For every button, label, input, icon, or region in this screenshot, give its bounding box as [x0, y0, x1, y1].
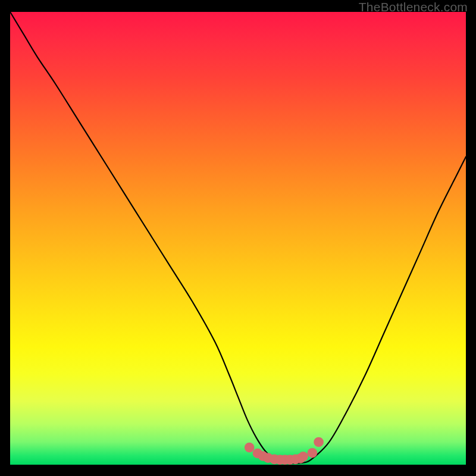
plot-area [10, 12, 466, 465]
watermark-text: TheBottleneck.com [359, 0, 468, 14]
curve-marker [308, 448, 318, 458]
chart-stage: TheBottleneck.com [0, 0, 476, 476]
curve-markers [245, 437, 324, 465]
curve-marker [314, 437, 324, 447]
bottleneck-curve [10, 12, 466, 464]
curve-marker [245, 443, 255, 453]
curve-marker [298, 452, 308, 462]
chart-svg [10, 12, 466, 465]
